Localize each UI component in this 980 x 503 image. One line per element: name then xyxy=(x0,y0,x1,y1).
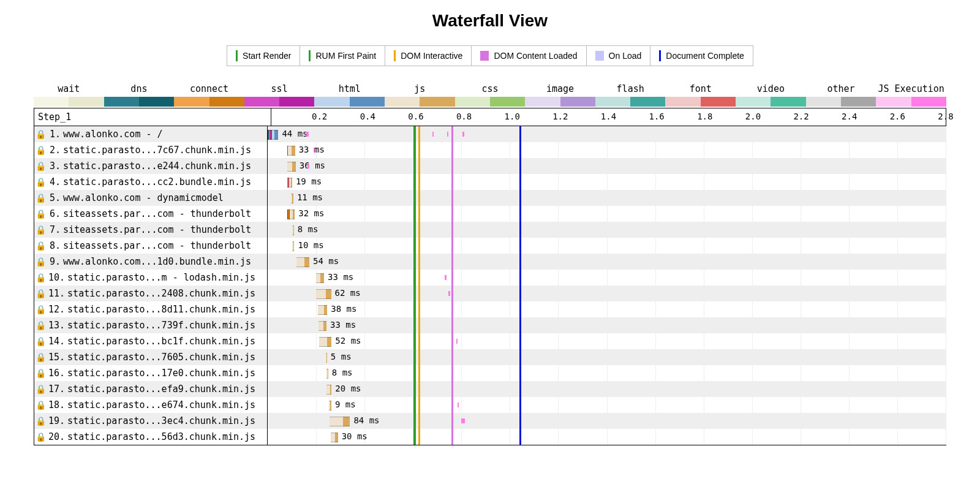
request-timeline[interactable]: 8 ms xyxy=(268,365,946,381)
request-row[interactable]: 🔒1. www.alonko.com - /44 ms xyxy=(34,126,946,142)
request-label[interactable]: 🔒10. static.parasto...m - lodash.min.js xyxy=(34,270,268,286)
request-row[interactable]: 🔒15. static.parasto...7605.chunk.min.js5… xyxy=(34,349,946,365)
row-number: 9. xyxy=(48,256,61,267)
timing-bar[interactable] xyxy=(287,210,295,218)
request-row[interactable]: 🔒2. static.parasto...7c67.chunk.min.js33… xyxy=(34,142,946,158)
request-timeline[interactable]: 36 ms xyxy=(268,158,946,174)
request-label[interactable]: 🔒13. static.parasto...739f.chunk.min.js xyxy=(34,317,268,333)
request-row[interactable]: 🔒18. static.parasto...e674.chunk.min.js9… xyxy=(34,397,946,413)
request-row[interactable]: 🔒5. www.alonko.com - dynamicmodel11 ms xyxy=(34,190,946,206)
timing-bar[interactable] xyxy=(326,353,327,361)
timing-bar[interactable] xyxy=(287,146,295,154)
request-label[interactable]: 🔒16. static.parasto...17e0.chunk.min.js xyxy=(34,365,268,381)
row-number: 6. xyxy=(48,208,61,219)
request-label[interactable]: 🔒11. static.parasto...2408.chunk.min.js xyxy=(34,286,268,301)
timing-bar[interactable] xyxy=(318,321,326,330)
line-mark-icon xyxy=(394,50,396,61)
request-timeline[interactable]: 11 ms xyxy=(268,190,946,206)
timing-bar[interactable] xyxy=(329,401,331,409)
duration-label: 9 ms xyxy=(335,399,356,409)
category-js: js xyxy=(385,83,455,107)
timing-bar[interactable] xyxy=(330,417,350,425)
row-number: 5. xyxy=(48,192,61,203)
row-number: 20. xyxy=(48,431,65,442)
request-label[interactable]: 🔒17. static.parasto...efa9.chunk.min.js xyxy=(34,381,268,397)
request-timeline[interactable]: 33 ms xyxy=(268,317,946,333)
request-timeline[interactable]: 32 ms xyxy=(268,206,946,222)
timing-bar[interactable] xyxy=(292,241,295,250)
timing-bar[interactable] xyxy=(326,369,328,377)
request-label[interactable]: 🔒3. static.parasto...e244.chunk.min.js xyxy=(34,158,268,174)
request-row[interactable]: 🔒14. static.parasto...bc1f.chunk.min.js5… xyxy=(34,333,946,349)
request-row[interactable]: 🔒6. siteassets.par...com - thunderbolt32… xyxy=(34,206,946,222)
request-label[interactable]: 🔒19. static.parasto...3ec4.chunk.min.js xyxy=(34,413,268,429)
request-row[interactable]: 🔒9. www.alonko.com...1d0.bundle.min.js54… xyxy=(34,254,946,270)
request-label[interactable]: 🔒9. www.alonko.com...1d0.bundle.min.js xyxy=(34,254,268,270)
request-url: static.parasto...56d3.chunk.min.js xyxy=(67,431,255,442)
waterfall-body: 🔒1. www.alonko.com - /44 ms🔒2. static.pa… xyxy=(34,126,946,445)
request-label[interactable]: 🔒20. static.parasto...56d3.chunk.min.js xyxy=(34,429,268,445)
events-legend: Start RenderRUM First PaintDOM Interacti… xyxy=(34,45,946,66)
request-label[interactable]: 🔒18. static.parasto...e674.chunk.min.js xyxy=(34,397,268,413)
timing-bar[interactable] xyxy=(319,337,332,346)
row-number: 12. xyxy=(48,304,65,315)
request-timeline[interactable]: 84 ms xyxy=(268,413,946,429)
timing-bar[interactable] xyxy=(287,162,296,170)
row-number: 19. xyxy=(48,415,65,426)
category-font: font xyxy=(665,83,736,107)
request-timeline[interactable]: 33 ms xyxy=(268,270,946,286)
request-label[interactable]: 🔒7. siteassets.par...com - thunderbolt xyxy=(34,222,268,238)
request-row[interactable]: 🔒8. siteassets.par...com - thunderbolt10… xyxy=(34,238,946,254)
request-timeline[interactable]: 9 ms xyxy=(268,397,946,413)
timing-bar[interactable] xyxy=(291,194,293,202)
timing-bar[interactable] xyxy=(316,273,324,282)
category-label: video xyxy=(757,83,785,94)
request-row[interactable]: 🔒13. static.parasto...739f.chunk.min.js3… xyxy=(34,317,946,333)
timing-bar[interactable] xyxy=(292,225,294,234)
request-row[interactable]: 🔒11. static.parasto...2408.chunk.min.js6… xyxy=(34,286,946,301)
request-url: static.parasto...2408.chunk.min.js xyxy=(67,288,255,299)
request-row[interactable]: 🔒10. static.parasto...m - lodash.min.js3… xyxy=(34,270,946,286)
lock-icon: 🔒 xyxy=(36,241,46,250)
category-label: image xyxy=(546,83,574,94)
request-row[interactable]: 🔒12. static.parasto...8d11.chunk.min.js3… xyxy=(34,301,946,317)
request-row[interactable]: 🔒20. static.parasto...56d3.chunk.min.js3… xyxy=(34,429,946,445)
timing-bar[interactable] xyxy=(316,289,331,298)
timing-bar[interactable] xyxy=(318,305,327,314)
request-timeline[interactable]: 38 ms xyxy=(268,301,946,317)
request-row[interactable]: 🔒3. static.parasto...e244.chunk.min.js36… xyxy=(34,158,946,174)
request-label[interactable]: 🔒14. static.parasto...bc1f.chunk.min.js xyxy=(34,333,268,349)
timing-bar[interactable] xyxy=(268,130,278,138)
request-timeline[interactable]: 52 ms xyxy=(268,333,946,349)
request-label[interactable]: 🔒15. static.parasto...7605.chunk.min.js xyxy=(34,349,268,365)
request-label[interactable]: 🔒6. siteassets.par...com - thunderbolt xyxy=(34,206,268,222)
request-timeline[interactable]: 54 ms xyxy=(268,254,946,270)
request-label[interactable]: 🔒1. www.alonko.com - / xyxy=(34,126,268,142)
request-row[interactable]: 🔒7. siteassets.par...com - thunderbolt8 … xyxy=(34,222,946,238)
request-timeline[interactable]: 19 ms xyxy=(268,174,946,190)
timing-bar[interactable] xyxy=(331,433,338,441)
request-timeline[interactable]: 44 ms xyxy=(268,126,946,142)
request-timeline[interactable]: 20 ms xyxy=(268,381,946,397)
request-label[interactable]: 🔒8. siteassets.par...com - thunderbolt xyxy=(34,238,268,254)
request-label[interactable]: 🔒12. static.parasto...8d11.chunk.min.js xyxy=(34,301,268,317)
request-row[interactable]: 🔒4. static.parasto...cc2.bundle.min.js19… xyxy=(34,174,946,190)
request-timeline[interactable]: 5 ms xyxy=(268,349,946,365)
timing-bar[interactable] xyxy=(287,178,292,186)
request-label[interactable]: 🔒2. static.parasto...7c67.chunk.min.js xyxy=(34,142,268,158)
category-label: html xyxy=(339,83,361,94)
request-row[interactable]: 🔒17. static.parasto...efa9.chunk.min.js2… xyxy=(34,381,946,397)
request-timeline[interactable]: 62 ms xyxy=(268,286,946,301)
category-label: js xyxy=(414,83,425,94)
request-timeline[interactable]: 30 ms xyxy=(268,429,946,445)
timing-bar[interactable] xyxy=(296,257,309,266)
request-timeline[interactable]: 10 ms xyxy=(268,238,946,254)
request-row[interactable]: 🔒19. static.parasto...3ec4.chunk.min.js8… xyxy=(34,413,946,429)
request-timeline[interactable]: 8 ms xyxy=(268,222,946,238)
request-row[interactable]: 🔒16. static.parasto...17e0.chunk.min.js8… xyxy=(34,365,946,381)
request-timeline[interactable]: 33 ms xyxy=(268,142,946,158)
timing-bar[interactable] xyxy=(326,385,331,393)
category-label: JS Execution xyxy=(878,83,944,94)
request-label[interactable]: 🔒4. static.parasto...cc2.bundle.min.js xyxy=(34,174,268,190)
request-label[interactable]: 🔒5. www.alonko.com - dynamicmodel xyxy=(34,190,268,206)
